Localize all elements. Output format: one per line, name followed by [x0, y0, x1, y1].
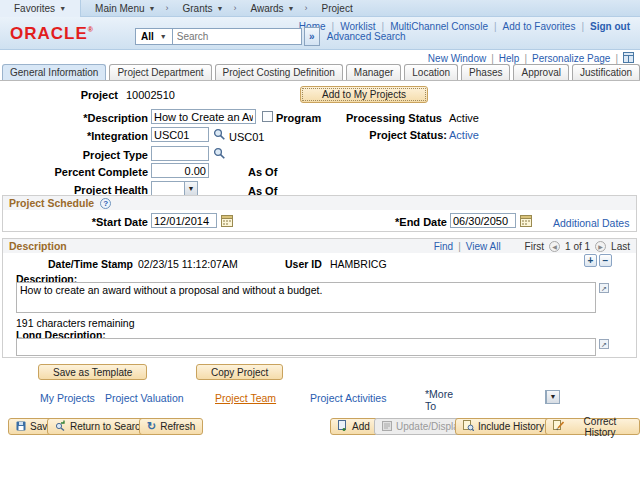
update-display-icon	[382, 421, 392, 433]
peoplesoft-project-page: Favorites ▼ Main Menu ▼ › Grants ▼ › Awa…	[0, 0, 640, 480]
search-go-button[interactable]: »	[304, 27, 320, 46]
sign-out-link[interactable]: Sign out	[590, 21, 630, 32]
calendar-icon[interactable]	[221, 214, 233, 227]
description-textarea[interactable]: How to create an award without a proposa…	[16, 282, 596, 313]
main-menu[interactable]: Main Menu ▼	[95, 3, 155, 14]
help-icon[interactable]: ?	[100, 198, 111, 209]
correct-history-icon	[553, 420, 564, 433]
tab-justification[interactable]: Justification	[572, 64, 640, 80]
include-history-icon	[463, 420, 474, 433]
user-id-value: HAMBRICG	[330, 258, 387, 270]
new-window-link[interactable]: New Window	[428, 53, 486, 64]
long-description-textarea[interactable]	[16, 338, 596, 356]
project-team-link[interactable]: Project Team	[215, 392, 276, 404]
processing-status-label: Processing Status	[330, 112, 442, 124]
datetime-stamp-value: 02/23/15 11:12:07AM	[138, 258, 238, 270]
next-row-icon[interactable]: ▶	[595, 241, 606, 252]
chevron-down-icon: ▼	[546, 391, 559, 403]
favorites-label: Favorites	[14, 3, 55, 14]
previous-row-icon[interactable]: ◀	[549, 241, 560, 252]
add-row-button[interactable]: +	[584, 254, 597, 267]
add-button[interactable]: Add	[330, 418, 378, 435]
add-icon	[338, 420, 348, 433]
tab-location[interactable]: Location	[404, 64, 458, 80]
delete-row-button[interactable]: −	[599, 254, 612, 267]
my-projects-link[interactable]: My Projects	[40, 392, 95, 404]
percent-complete-input[interactable]	[151, 163, 209, 178]
save-icon	[16, 421, 26, 433]
program-checkbox[interactable]	[262, 111, 273, 122]
refresh-icon: ↻	[147, 420, 156, 433]
favorites-menu[interactable]: Favorites ▼	[0, 0, 81, 17]
breadcrumb-separator: ›	[165, 3, 168, 13]
row-count: 1 of 1	[565, 241, 590, 252]
breadcrumb-separator: ›	[233, 3, 236, 13]
integration-field-input[interactable]	[151, 127, 209, 142]
end-date-input[interactable]	[450, 213, 516, 228]
add-to-my-projects-button[interactable]: Add to My Projects	[300, 86, 428, 103]
more-to-label: *More To	[425, 388, 463, 412]
project-schedule-header: Project Schedule ?	[3, 196, 636, 210]
chars-remaining-text: 191 characters remaining	[16, 317, 134, 329]
lookup-icon[interactable]	[213, 128, 226, 141]
expand-textarea-icon[interactable]: ↗	[599, 339, 609, 349]
start-date-input[interactable]	[151, 213, 217, 228]
lookup-icon[interactable]	[213, 147, 226, 160]
copy-project-button[interactable]: Copy Project	[196, 364, 283, 380]
include-history-button[interactable]: Include History	[455, 418, 552, 435]
additional-dates-link[interactable]: Additional Dates	[553, 217, 629, 229]
more-to-select[interactable]: ▼	[545, 390, 560, 404]
tab-phases[interactable]: Phases	[461, 64, 510, 80]
breadcrumb-awards[interactable]: Awards ▼	[250, 3, 294, 14]
search-input[interactable]	[172, 28, 302, 45]
percent-as-of-label: As Of	[248, 166, 288, 178]
project-valuation-link[interactable]: Project Valuation	[105, 392, 184, 404]
breadcrumb-project: Project	[322, 3, 353, 14]
add-to-favorites-link[interactable]: Add to Favorites	[503, 21, 576, 32]
find-link[interactable]: Find	[434, 241, 453, 252]
project-status-label: Project Status:	[330, 129, 447, 141]
calendar-icon[interactable]	[520, 214, 532, 227]
chevron-down-icon: ▼	[59, 5, 66, 12]
description-field-input[interactable]	[151, 109, 256, 124]
first-label: First	[525, 241, 544, 252]
refresh-button[interactable]: ↻ Refresh	[139, 418, 203, 435]
oracle-logo: ORACLE®	[10, 24, 94, 44]
datetime-stamp-label: Date/Time Stamp	[0, 258, 133, 270]
integration-description: USC01	[229, 131, 264, 143]
expand-textarea-icon[interactable]: ↗	[599, 283, 609, 293]
program-label: Program	[276, 112, 326, 124]
start-date-label: *Start Date	[0, 216, 148, 228]
project-status-value-link[interactable]: Active	[449, 129, 479, 141]
save-as-template-button[interactable]: Save as Template	[38, 364, 147, 380]
chevron-down-icon: ▼	[216, 5, 223, 12]
correct-history-button[interactable]: Correct History	[545, 418, 640, 435]
tab-project-costing-definition[interactable]: Project Costing Definition	[215, 64, 343, 80]
chevron-down-icon: ▼	[160, 33, 167, 40]
view-all-link[interactable]: View All	[466, 241, 501, 252]
help-link[interactable]: Help	[499, 53, 520, 64]
return-to-search-button[interactable]: Return to Search	[47, 418, 154, 435]
integration-field-label: *Integration	[0, 130, 148, 142]
advanced-search-link[interactable]: Advanced Search	[327, 31, 406, 42]
project-type-input[interactable]	[151, 146, 209, 161]
tab-manager[interactable]: Manager	[346, 64, 401, 80]
chevron-down-icon: ▼	[149, 5, 156, 12]
chevron-down-icon: ▼	[288, 5, 295, 12]
last-label: Last	[611, 241, 630, 252]
page-tabs: General Information Project Department P…	[0, 64, 640, 81]
tab-project-department[interactable]: Project Department	[109, 64, 211, 80]
tab-approval[interactable]: Approval	[513, 64, 568, 80]
project-health-select[interactable]: ▼	[151, 181, 198, 196]
app-header: ORACLE® Home | Worklist | MultiChannel C…	[0, 17, 640, 50]
breadcrumb-grants[interactable]: Grants ▼	[182, 3, 223, 14]
tab-general-information[interactable]: General Information	[2, 64, 106, 80]
row-navigation: Find | View All First ◀ 1 of 1 ▶ Last	[434, 241, 630, 252]
project-activities-link[interactable]: Project Activities	[310, 392, 386, 404]
project-type-label: Project Type	[0, 149, 148, 161]
search-scope-select[interactable]: All ▼	[135, 28, 172, 45]
processing-status-value: Active	[449, 112, 479, 124]
chevron-down-icon: ▼	[184, 182, 197, 195]
personalize-page-link[interactable]: Personalize Page	[532, 53, 610, 64]
end-date-label: *End Date	[330, 216, 447, 228]
